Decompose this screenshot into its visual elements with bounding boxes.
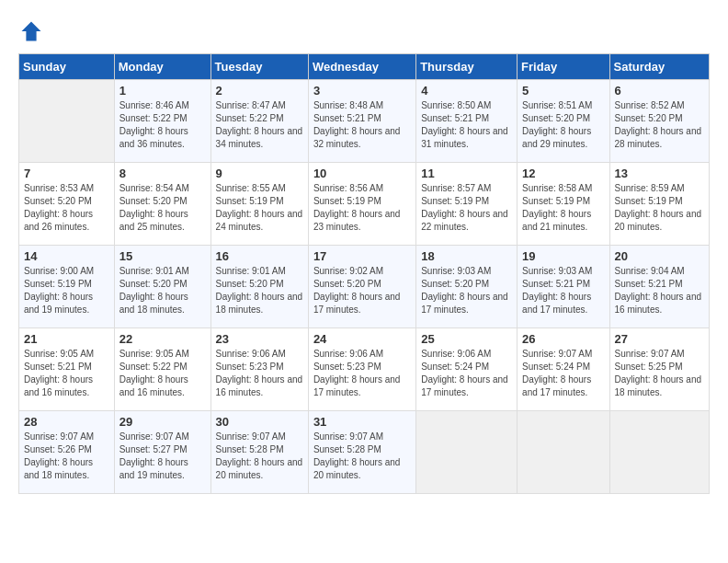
day-info: Sunrise: 8:59 AM Sunset: 5:19 PM Dayligh… bbox=[615, 182, 704, 234]
day-number: 25 bbox=[421, 332, 512, 346]
day-info: Sunrise: 8:48 AM Sunset: 5:21 PM Dayligh… bbox=[313, 99, 411, 151]
day-number: 21 bbox=[24, 332, 109, 346]
weekday-header: Thursday bbox=[416, 54, 518, 80]
day-info: Sunrise: 8:55 AM Sunset: 5:19 PM Dayligh… bbox=[216, 182, 303, 234]
weekday-header: Friday bbox=[518, 54, 609, 80]
calendar-cell: 15 Sunrise: 9:01 AM Sunset: 5:20 PM Dayl… bbox=[114, 246, 210, 328]
day-info: Sunrise: 9:07 AM Sunset: 5:28 PM Dayligh… bbox=[216, 431, 303, 482]
calendar-cell: 20 Sunrise: 9:04 AM Sunset: 5:21 PM Dayl… bbox=[609, 246, 709, 328]
day-info: Sunrise: 9:07 AM Sunset: 5:24 PM Dayligh… bbox=[522, 348, 604, 399]
calendar-cell bbox=[518, 411, 609, 494]
day-number: 20 bbox=[615, 249, 704, 263]
day-number: 17 bbox=[313, 249, 411, 263]
calendar-cell: 12 Sunrise: 8:58 AM Sunset: 5:19 PM Dayl… bbox=[518, 163, 609, 246]
calendar-cell: 30 Sunrise: 9:07 AM Sunset: 5:28 PM Dayl… bbox=[210, 411, 308, 494]
day-number: 9 bbox=[216, 167, 303, 180]
day-info: Sunrise: 9:04 AM Sunset: 5:21 PM Dayligh… bbox=[615, 265, 704, 316]
day-number: 29 bbox=[119, 415, 206, 429]
calendar-table: SundayMondayTuesdayWednesdayThursdayFrid… bbox=[18, 53, 710, 494]
weekday-header: Wednesday bbox=[308, 54, 415, 80]
day-number: 15 bbox=[119, 249, 206, 263]
day-info: Sunrise: 8:54 AM Sunset: 5:20 PM Dayligh… bbox=[119, 182, 206, 234]
logo bbox=[18, 18, 48, 44]
day-info: Sunrise: 9:03 AM Sunset: 5:20 PM Dayligh… bbox=[421, 265, 512, 316]
calendar-row: 28 Sunrise: 9:07 AM Sunset: 5:26 PM Dayl… bbox=[19, 411, 710, 494]
day-info: Sunrise: 9:07 AM Sunset: 5:27 PM Dayligh… bbox=[119, 431, 206, 482]
weekday-header: Sunday bbox=[19, 54, 115, 80]
calendar-row: 1 Sunrise: 8:46 AM Sunset: 5:22 PM Dayli… bbox=[19, 80, 710, 163]
day-info: Sunrise: 8:53 AM Sunset: 5:20 PM Dayligh… bbox=[24, 182, 109, 234]
calendar-cell: 2 Sunrise: 8:47 AM Sunset: 5:22 PM Dayli… bbox=[210, 80, 308, 163]
day-number: 26 bbox=[522, 332, 604, 346]
day-number: 11 bbox=[421, 167, 512, 180]
day-number: 6 bbox=[615, 84, 704, 98]
weekday-header-row: SundayMondayTuesdayWednesdayThursdayFrid… bbox=[19, 54, 710, 80]
calendar-cell: 7 Sunrise: 8:53 AM Sunset: 5:20 PM Dayli… bbox=[19, 163, 115, 246]
day-number: 7 bbox=[24, 167, 109, 180]
day-info: Sunrise: 9:02 AM Sunset: 5:20 PM Dayligh… bbox=[313, 265, 411, 316]
day-number: 2 bbox=[216, 84, 303, 98]
day-number: 1 bbox=[119, 84, 206, 98]
page-header bbox=[18, 18, 710, 44]
calendar-cell bbox=[416, 411, 518, 494]
calendar-cell: 11 Sunrise: 8:57 AM Sunset: 5:19 PM Dayl… bbox=[416, 163, 518, 246]
day-number: 18 bbox=[421, 249, 512, 263]
day-number: 19 bbox=[522, 249, 604, 263]
calendar-row: 14 Sunrise: 9:00 AM Sunset: 5:19 PM Dayl… bbox=[19, 246, 710, 328]
calendar-cell: 17 Sunrise: 9:02 AM Sunset: 5:20 PM Dayl… bbox=[308, 246, 415, 328]
calendar-cell: 1 Sunrise: 8:46 AM Sunset: 5:22 PM Dayli… bbox=[114, 80, 210, 163]
calendar-row: 21 Sunrise: 9:05 AM Sunset: 5:21 PM Dayl… bbox=[19, 328, 710, 411]
calendar-cell: 24 Sunrise: 9:06 AM Sunset: 5:23 PM Dayl… bbox=[308, 328, 415, 411]
day-number: 16 bbox=[216, 249, 303, 263]
day-info: Sunrise: 8:52 AM Sunset: 5:20 PM Dayligh… bbox=[615, 99, 704, 151]
calendar-cell: 29 Sunrise: 9:07 AM Sunset: 5:27 PM Dayl… bbox=[114, 411, 210, 494]
day-info: Sunrise: 9:07 AM Sunset: 5:28 PM Dayligh… bbox=[313, 431, 411, 482]
day-number: 8 bbox=[119, 167, 206, 180]
day-number: 4 bbox=[421, 84, 512, 98]
calendar-cell: 23 Sunrise: 9:06 AM Sunset: 5:23 PM Dayl… bbox=[210, 328, 308, 411]
calendar-cell: 31 Sunrise: 9:07 AM Sunset: 5:28 PM Dayl… bbox=[308, 411, 415, 494]
day-info: Sunrise: 8:46 AM Sunset: 5:22 PM Dayligh… bbox=[119, 99, 206, 151]
day-number: 23 bbox=[216, 332, 303, 346]
day-info: Sunrise: 9:07 AM Sunset: 5:25 PM Dayligh… bbox=[615, 348, 704, 399]
day-number: 3 bbox=[313, 84, 411, 98]
day-number: 28 bbox=[24, 415, 109, 429]
day-info: Sunrise: 9:01 AM Sunset: 5:20 PM Dayligh… bbox=[216, 265, 303, 316]
calendar-cell: 5 Sunrise: 8:51 AM Sunset: 5:20 PM Dayli… bbox=[518, 80, 609, 163]
weekday-header: Saturday bbox=[609, 54, 709, 80]
calendar-cell: 18 Sunrise: 9:03 AM Sunset: 5:20 PM Dayl… bbox=[416, 246, 518, 328]
calendar-cell: 25 Sunrise: 9:06 AM Sunset: 5:24 PM Dayl… bbox=[416, 328, 518, 411]
calendar-cell: 8 Sunrise: 8:54 AM Sunset: 5:20 PM Dayli… bbox=[114, 163, 210, 246]
calendar-cell: 6 Sunrise: 8:52 AM Sunset: 5:20 PM Dayli… bbox=[609, 80, 709, 163]
day-number: 10 bbox=[313, 167, 411, 180]
day-info: Sunrise: 9:01 AM Sunset: 5:20 PM Dayligh… bbox=[119, 265, 206, 316]
day-number: 12 bbox=[522, 167, 604, 180]
day-number: 14 bbox=[24, 249, 109, 263]
day-info: Sunrise: 9:00 AM Sunset: 5:19 PM Dayligh… bbox=[24, 265, 109, 316]
svg-marker-0 bbox=[22, 22, 41, 41]
day-number: 5 bbox=[522, 84, 604, 98]
day-info: Sunrise: 9:05 AM Sunset: 5:22 PM Dayligh… bbox=[119, 348, 206, 399]
calendar-cell: 13 Sunrise: 8:59 AM Sunset: 5:19 PM Dayl… bbox=[609, 163, 709, 246]
logo-icon bbox=[18, 18, 44, 44]
calendar-cell: 27 Sunrise: 9:07 AM Sunset: 5:25 PM Dayl… bbox=[609, 328, 709, 411]
day-info: Sunrise: 8:47 AM Sunset: 5:22 PM Dayligh… bbox=[216, 99, 303, 151]
day-info: Sunrise: 8:58 AM Sunset: 5:19 PM Dayligh… bbox=[522, 182, 604, 234]
calendar-row: 7 Sunrise: 8:53 AM Sunset: 5:20 PM Dayli… bbox=[19, 163, 710, 246]
weekday-header: Monday bbox=[114, 54, 210, 80]
day-info: Sunrise: 9:06 AM Sunset: 5:24 PM Dayligh… bbox=[421, 348, 512, 399]
day-number: 31 bbox=[313, 415, 411, 429]
calendar-cell: 19 Sunrise: 9:03 AM Sunset: 5:21 PM Dayl… bbox=[518, 246, 609, 328]
calendar-cell bbox=[609, 411, 709, 494]
weekday-header: Tuesday bbox=[210, 54, 308, 80]
calendar-cell: 10 Sunrise: 8:56 AM Sunset: 5:19 PM Dayl… bbox=[308, 163, 415, 246]
calendar-cell: 4 Sunrise: 8:50 AM Sunset: 5:21 PM Dayli… bbox=[416, 80, 518, 163]
day-info: Sunrise: 8:57 AM Sunset: 5:19 PM Dayligh… bbox=[421, 182, 512, 234]
day-info: Sunrise: 8:50 AM Sunset: 5:21 PM Dayligh… bbox=[421, 99, 512, 151]
day-number: 13 bbox=[615, 167, 704, 180]
calendar-cell: 26 Sunrise: 9:07 AM Sunset: 5:24 PM Dayl… bbox=[518, 328, 609, 411]
day-number: 22 bbox=[119, 332, 206, 346]
calendar-cell: 16 Sunrise: 9:01 AM Sunset: 5:20 PM Dayl… bbox=[210, 246, 308, 328]
calendar-cell: 3 Sunrise: 8:48 AM Sunset: 5:21 PM Dayli… bbox=[308, 80, 415, 163]
calendar-cell: 9 Sunrise: 8:55 AM Sunset: 5:19 PM Dayli… bbox=[210, 163, 308, 246]
